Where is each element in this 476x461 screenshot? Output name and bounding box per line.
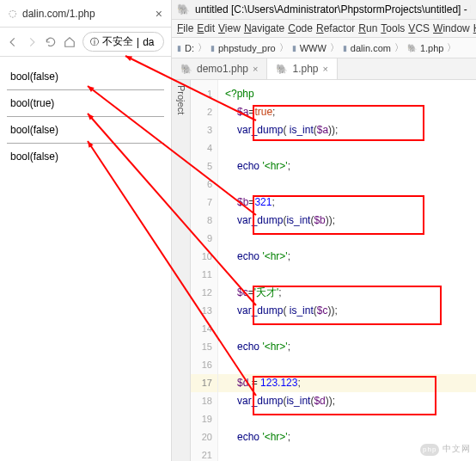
watermark-text: 中文网: [442, 444, 471, 453]
watermark: php 中文网: [420, 443, 471, 456]
menu-file[interactable]: File: [177, 22, 193, 34]
close-icon[interactable]: ×: [253, 64, 258, 74]
output-line: bool(false): [7, 117, 164, 143]
code-line[interactable]: [218, 410, 476, 428]
insecure-label: 不安全: [102, 34, 133, 49]
menu-view[interactable]: View: [218, 22, 241, 34]
file-tab-label: 1.php: [292, 63, 318, 75]
gutter-line: 2: [191, 103, 217, 121]
menu-run[interactable]: Run: [358, 22, 377, 34]
code-line[interactable]: [218, 356, 476, 374]
output-line: bool(false): [7, 64, 164, 89]
gutter-line: 20: [191, 428, 217, 446]
close-icon[interactable]: ×: [323, 64, 328, 74]
crumb-1php[interactable]: 1.php: [420, 43, 444, 53]
code-line[interactable]: echo '<hr>';: [218, 338, 476, 356]
chevron-right-icon: 〉: [447, 41, 456, 54]
line-gutter: 12345678910111213141516171819202122: [191, 80, 218, 461]
chevron-right-icon: 〉: [279, 41, 289, 54]
code-line[interactable]: echo '<hr>';: [218, 157, 476, 175]
code-line[interactable]: var_dump( is_int($a));: [218, 121, 476, 139]
code-line[interactable]: [218, 320, 476, 338]
php-icon: 🐘: [407, 44, 417, 52]
menu-code[interactable]: Code: [288, 22, 313, 34]
chevron-right-icon: 〉: [330, 41, 339, 54]
gutter-line: 8: [191, 212, 217, 230]
crumb-WWW[interactable]: WWW: [300, 43, 326, 53]
folder-icon: ▮: [343, 44, 347, 52]
gutter-line: 15: [191, 338, 217, 356]
code-line[interactable]: $a=true;: [218, 103, 476, 121]
file-tab-1-php[interactable]: 🐘1.php×: [267, 58, 337, 79]
code-line[interactable]: [218, 175, 476, 194]
code-line[interactable]: <?php: [218, 85, 476, 103]
address-separator: |: [137, 36, 139, 48]
browser-toolbar: ⓘ 不安全 | da: [0, 28, 171, 57]
gutter-line: 14: [191, 320, 217, 338]
menu-edit[interactable]: Edit: [197, 22, 215, 34]
gutter-line: 4: [191, 139, 217, 157]
ide-breadcrumb[interactable]: ▮D:〉▮phpstudy_pro〉▮WWW〉▮dalin.com〉🐘1.php…: [172, 38, 476, 58]
ide-pane: 🐘 untitled [C:\Users\Administrator\Phpst…: [172, 0, 476, 461]
gutter-line: 13: [191, 302, 217, 320]
ide-menubar[interactable]: FileEditViewNavigateCodeRefactorRunTools…: [172, 20, 476, 38]
code-area[interactable]: <?php$a=true;var_dump( is_int($a));echo …: [218, 80, 476, 461]
chevron-right-icon: 〉: [198, 41, 207, 54]
gutter-line: 17: [191, 374, 217, 392]
forward-icon[interactable]: [26, 36, 38, 48]
file-tab-label: demo1.php: [197, 63, 248, 75]
gutter-line: 11: [191, 266, 217, 284]
code-line[interactable]: $c='夭才';: [218, 284, 476, 302]
code-line[interactable]: [218, 139, 476, 157]
php-icon: 🐘: [276, 64, 288, 75]
code-line[interactable]: [218, 266, 476, 284]
code-line[interactable]: echo '<hr>';: [218, 248, 476, 266]
gutter-line: 12: [191, 284, 217, 302]
gutter-line: 3: [191, 121, 217, 139]
address-text: da: [143, 36, 154, 48]
reload-icon[interactable]: [45, 36, 57, 48]
ide-titlebar: 🐘 untitled [C:\Users\Administrator\Phpst…: [172, 0, 476, 20]
crumb-D[interactable]: D:: [185, 43, 194, 53]
code-line[interactable]: var_dump(is_int($b));: [218, 212, 476, 230]
ide-filetabs: 🐘demo1.php×🐘1.php×: [172, 58, 476, 80]
home-icon[interactable]: [64, 36, 76, 48]
file-tab-demo1-php[interactable]: 🐘demo1.php×: [172, 58, 267, 79]
code-line[interactable]: var_dump(is_int($d));: [218, 392, 476, 410]
code-line[interactable]: $d = 123.123;: [218, 374, 476, 392]
gutter-line: 9: [191, 230, 217, 248]
menu-tools[interactable]: Tools: [381, 22, 405, 34]
insecure-icon: ⓘ: [90, 36, 99, 48]
menu-vcs[interactable]: VCS: [408, 22, 430, 34]
gutter-line: 21: [191, 446, 217, 461]
browser-page: bool(false)bool(true)bool(false)bool(fal…: [0, 57, 171, 176]
browser-tab[interactable]: ◌ dalin.com/1.php ×: [0, 0, 171, 27]
crumb-dalincom[interactable]: dalin.com: [351, 43, 391, 53]
crumb-phpstudy_pro[interactable]: phpstudy_pro: [218, 43, 276, 53]
menu-window[interactable]: Window: [433, 22, 470, 34]
code-line[interactable]: $b=321;: [218, 194, 476, 212]
gutter-line: 5: [191, 157, 217, 175]
browser-pane: ◌ dalin.com/1.php × ⓘ 不安全 | da bool(fals…: [0, 0, 172, 461]
menu-refactor[interactable]: Refactor: [316, 22, 355, 34]
gutter-line: 16: [191, 356, 217, 374]
globe-icon: ◌: [9, 8, 17, 19]
gutter-line: 7: [191, 194, 217, 212]
gutter-line: 18: [191, 392, 217, 410]
gutter-line: 6: [191, 175, 217, 194]
gutter-line: 10: [191, 248, 217, 266]
folder-icon: ▮: [292, 44, 296, 52]
folder-icon: ▮: [211, 44, 215, 52]
menu-navigate[interactable]: Navigate: [244, 22, 284, 34]
chevron-right-icon: 〉: [394, 41, 404, 54]
project-toolwindow-tab[interactable]: Project: [172, 80, 191, 461]
address-bar[interactable]: ⓘ 不安全 | da: [82, 32, 164, 52]
browser-tabbar: ◌ dalin.com/1.php ×: [0, 0, 171, 28]
ide-title-text: untitled [C:\Users\Administrator\Phpstor…: [195, 3, 471, 15]
code-line[interactable]: [218, 230, 476, 248]
code-line[interactable]: var_dump( is_int($c));: [218, 302, 476, 320]
editor[interactable]: 12345678910111213141516171819202122 <?ph…: [191, 80, 476, 461]
close-icon[interactable]: ×: [156, 7, 162, 21]
browser-tab-title: dalin.com/1.php: [22, 8, 95, 20]
back-icon[interactable]: [7, 36, 19, 48]
